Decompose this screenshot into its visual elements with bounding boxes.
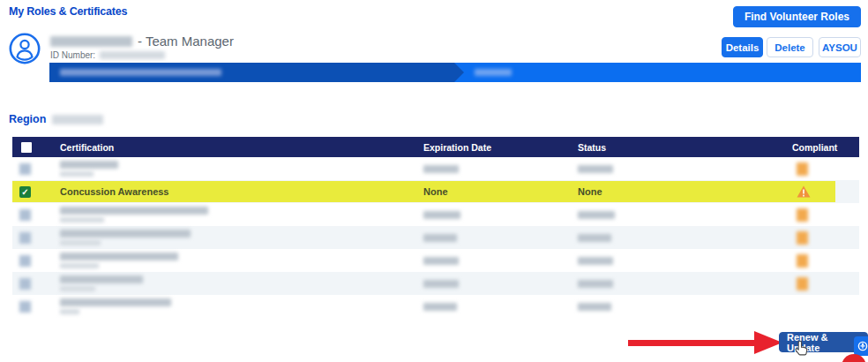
compliance-status-icon bbox=[797, 208, 808, 222]
row-checkbox[interactable] bbox=[19, 301, 31, 313]
redacted-text bbox=[423, 211, 460, 219]
id-number-label: ID Number: bbox=[50, 50, 95, 60]
status-cell: None bbox=[578, 180, 602, 203]
redacted-text bbox=[578, 165, 613, 173]
row-checkbox[interactable] bbox=[19, 209, 31, 221]
table-row-highlighted: ✓ Concussion Awareness None None bbox=[12, 180, 859, 203]
warning-triangle-icon bbox=[797, 185, 811, 198]
certification-cell: Concussion Awareness bbox=[60, 180, 169, 203]
redacted-text bbox=[423, 165, 459, 173]
redacted-text bbox=[60, 286, 95, 291]
compliance-status-icon bbox=[797, 254, 808, 268]
redacted-text bbox=[578, 303, 611, 311]
checkbox-checked-icon[interactable]: ✓ bbox=[19, 186, 31, 198]
redacted-id-value bbox=[100, 51, 165, 59]
redacted-text bbox=[423, 280, 459, 288]
redacted-text bbox=[60, 207, 208, 215]
redacted-text bbox=[60, 309, 79, 314]
accessibility-widget-icon[interactable] bbox=[854, 336, 868, 356]
compliance-status-icon bbox=[797, 277, 808, 290]
person-icon bbox=[9, 33, 41, 64]
redacted-text bbox=[423, 303, 457, 311]
row-checkbox[interactable] bbox=[19, 255, 31, 267]
certificates-table: Certification Expiration Date Status Com… bbox=[12, 137, 859, 318]
progress-bar-current-segment bbox=[49, 63, 464, 82]
redacted-text bbox=[60, 161, 118, 169]
region-label: Region bbox=[9, 113, 46, 125]
profile-id-line: ID Number: bbox=[50, 50, 165, 60]
avatar bbox=[9, 33, 41, 64]
checkbox-unchecked-icon[interactable] bbox=[21, 142, 32, 153]
compliance-status-icon bbox=[797, 231, 808, 245]
table-row bbox=[12, 157, 859, 180]
expiration-cell: None bbox=[423, 180, 448, 203]
table-row bbox=[12, 272, 859, 295]
my-roles-page: My Roles & Certificates Find Volunteer R… bbox=[0, 0, 868, 362]
column-header-status: Status bbox=[578, 137, 606, 157]
redacted-text bbox=[578, 234, 611, 242]
redacted-text bbox=[60, 240, 101, 245]
redacted-text bbox=[60, 298, 171, 306]
page-title: My Roles & Certificates bbox=[9, 5, 127, 18]
redacted-segment-text bbox=[475, 69, 512, 76]
hand-cursor-icon bbox=[794, 340, 809, 357]
role-label: - Team Manager bbox=[138, 34, 234, 49]
redacted-text bbox=[60, 217, 104, 222]
redacted-text bbox=[60, 253, 178, 260]
redacted-segment-text bbox=[60, 69, 221, 76]
redacted-text bbox=[423, 234, 457, 242]
compliance-cell bbox=[797, 180, 811, 203]
select-all-checkbox[interactable] bbox=[21, 137, 32, 157]
row-checkbox[interactable] bbox=[19, 232, 31, 244]
region-heading: Region bbox=[9, 113, 103, 125]
redacted-region-value bbox=[52, 115, 103, 124]
column-header-certification: Certification bbox=[60, 137, 114, 157]
table-row bbox=[12, 295, 859, 318]
redacted-text bbox=[578, 211, 615, 219]
delete-button[interactable]: Delete bbox=[767, 37, 813, 57]
redacted-text bbox=[60, 230, 191, 238]
column-header-compliant: Compliant bbox=[792, 137, 837, 157]
redacted-text bbox=[578, 257, 613, 265]
table-row bbox=[12, 226, 859, 249]
redacted-text bbox=[60, 263, 99, 268]
table-row bbox=[12, 203, 859, 226]
row-checkbox[interactable] bbox=[19, 278, 31, 290]
profile-name-line: - Team Manager bbox=[50, 34, 234, 49]
column-header-expiration-date: Expiration Date bbox=[423, 137, 491, 157]
redacted-name bbox=[50, 36, 132, 47]
red-arrow-shaft bbox=[628, 340, 757, 346]
table-header-row: Certification Expiration Date Status Com… bbox=[12, 137, 859, 157]
compliance-status-icon bbox=[797, 162, 808, 176]
aysou-button[interactable]: AYSOU bbox=[819, 37, 861, 57]
redacted-text bbox=[60, 171, 94, 177]
redacted-text bbox=[423, 257, 459, 265]
redacted-text bbox=[60, 275, 143, 283]
redacted-text bbox=[578, 280, 613, 288]
find-volunteer-roles-button[interactable]: Find Volunteer Roles bbox=[733, 6, 861, 27]
row-checkbox[interactable] bbox=[19, 163, 31, 175]
details-button[interactable]: Details bbox=[722, 37, 763, 57]
role-progress-bar bbox=[49, 63, 861, 82]
table-row bbox=[12, 249, 859, 272]
